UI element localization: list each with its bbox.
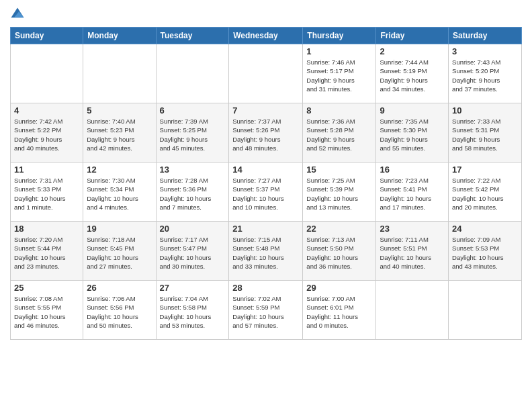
day-number: 20 — [160, 224, 226, 234]
calendar-cell: 9Sunrise: 7:35 AMSunset: 5:30 PMDaylight… — [376, 103, 449, 163]
day-number: 26 — [87, 283, 152, 293]
logo-icon — [10, 7, 25, 21]
calendar-cell — [156, 44, 229, 103]
day-number: 25 — [14, 283, 79, 293]
day-number: 16 — [380, 165, 445, 175]
day-info: Sunrise: 7:17 AMSunset: 5:47 PMDaylight:… — [160, 235, 226, 271]
calendar-cell: 25Sunrise: 7:08 AMSunset: 5:55 PMDayligh… — [11, 281, 83, 340]
calendar-table: SundayMondayTuesdayWednesdayThursdayFrid… — [10, 27, 522, 340]
day-info: Sunrise: 7:30 AMSunset: 5:34 PMDaylight:… — [87, 176, 152, 212]
calendar-day-header: Tuesday — [156, 28, 229, 44]
day-number: 18 — [14, 224, 79, 234]
calendar-cell: 22Sunrise: 7:13 AMSunset: 5:50 PMDayligh… — [303, 222, 376, 281]
day-info: Sunrise: 7:15 AMSunset: 5:48 PMDaylight:… — [232, 235, 299, 271]
day-number: 21 — [232, 224, 299, 234]
day-number: 14 — [232, 165, 299, 175]
calendar-day-header: Saturday — [449, 28, 522, 44]
calendar-day-header: Sunday — [11, 28, 83, 44]
day-number: 3 — [452, 46, 518, 56]
day-number: 19 — [87, 224, 152, 234]
calendar-cell: 17Sunrise: 7:22 AMSunset: 5:42 PMDayligh… — [449, 163, 522, 222]
calendar-cell — [449, 281, 522, 340]
day-number: 29 — [306, 283, 372, 293]
day-info: Sunrise: 7:31 AMSunset: 5:33 PMDaylight:… — [14, 176, 79, 212]
day-info: Sunrise: 7:04 AMSunset: 5:58 PMDaylight:… — [160, 294, 226, 330]
day-info: Sunrise: 7:43 AMSunset: 5:20 PMDaylight:… — [452, 58, 518, 93]
day-number: 24 — [452, 224, 518, 234]
calendar-cell: 8Sunrise: 7:36 AMSunset: 5:28 PMDaylight… — [303, 103, 376, 163]
day-number: 28 — [232, 283, 299, 293]
day-info: Sunrise: 7:25 AMSunset: 5:39 PMDaylight:… — [306, 176, 372, 212]
calendar-cell: 11Sunrise: 7:31 AMSunset: 5:33 PMDayligh… — [11, 163, 83, 222]
day-number: 5 — [87, 105, 152, 116]
day-number: 22 — [306, 224, 372, 234]
calendar-cell: 14Sunrise: 7:27 AMSunset: 5:37 PMDayligh… — [229, 163, 303, 222]
calendar-cell: 24Sunrise: 7:09 AMSunset: 5:53 PMDayligh… — [449, 222, 522, 281]
calendar-week-row: 4Sunrise: 7:42 AMSunset: 5:22 PMDaylight… — [11, 103, 522, 163]
calendar-week-row: 1Sunrise: 7:46 AMSunset: 5:17 PMDaylight… — [11, 44, 522, 103]
day-info: Sunrise: 7:36 AMSunset: 5:28 PMDaylight:… — [306, 117, 372, 152]
calendar-cell: 1Sunrise: 7:46 AMSunset: 5:17 PMDaylight… — [303, 44, 376, 103]
calendar-cell: 4Sunrise: 7:42 AMSunset: 5:22 PMDaylight… — [11, 103, 83, 163]
calendar-cell: 10Sunrise: 7:33 AMSunset: 5:31 PMDayligh… — [449, 103, 522, 163]
day-info: Sunrise: 7:35 AMSunset: 5:30 PMDaylight:… — [380, 117, 445, 152]
day-number: 6 — [160, 105, 226, 116]
logo — [10, 7, 26, 21]
day-number: 13 — [160, 165, 226, 175]
day-info: Sunrise: 7:27 AMSunset: 5:37 PMDaylight:… — [232, 176, 299, 212]
day-number: 8 — [306, 105, 372, 116]
calendar-week-row: 18Sunrise: 7:20 AMSunset: 5:44 PMDayligh… — [11, 222, 522, 281]
day-number: 10 — [452, 105, 518, 116]
calendar-cell: 7Sunrise: 7:37 AMSunset: 5:26 PMDaylight… — [229, 103, 303, 163]
day-info: Sunrise: 7:18 AMSunset: 5:45 PMDaylight:… — [87, 235, 152, 271]
day-info: Sunrise: 7:37 AMSunset: 5:26 PMDaylight:… — [232, 117, 299, 152]
header — [10, 7, 522, 21]
calendar-day-header: Thursday — [303, 28, 376, 44]
day-number: 1 — [306, 46, 372, 56]
day-info: Sunrise: 7:33 AMSunset: 5:31 PMDaylight:… — [452, 117, 518, 152]
calendar-day-header: Monday — [83, 28, 156, 44]
calendar-cell: 6Sunrise: 7:39 AMSunset: 5:25 PMDaylight… — [156, 103, 229, 163]
calendar-week-row: 11Sunrise: 7:31 AMSunset: 5:33 PMDayligh… — [11, 163, 522, 222]
day-number: 11 — [14, 165, 79, 175]
calendar-week-row: 25Sunrise: 7:08 AMSunset: 5:55 PMDayligh… — [11, 281, 522, 340]
calendar-cell: 12Sunrise: 7:30 AMSunset: 5:34 PMDayligh… — [83, 163, 156, 222]
day-info: Sunrise: 7:06 AMSunset: 5:56 PMDaylight:… — [87, 294, 152, 330]
calendar-cell: 26Sunrise: 7:06 AMSunset: 5:56 PMDayligh… — [83, 281, 156, 340]
calendar-cell: 5Sunrise: 7:40 AMSunset: 5:23 PMDaylight… — [83, 103, 156, 163]
calendar-cell: 27Sunrise: 7:04 AMSunset: 5:58 PMDayligh… — [156, 281, 229, 340]
day-info: Sunrise: 7:39 AMSunset: 5:25 PMDaylight:… — [160, 117, 226, 152]
day-number: 23 — [380, 224, 445, 234]
day-info: Sunrise: 7:20 AMSunset: 5:44 PMDaylight:… — [14, 235, 79, 271]
day-number: 17 — [452, 165, 518, 175]
calendar-cell: 15Sunrise: 7:25 AMSunset: 5:39 PMDayligh… — [303, 163, 376, 222]
page: SundayMondayTuesdayWednesdayThursdayFrid… — [0, 0, 532, 411]
calendar-cell — [11, 44, 83, 103]
calendar-cell: 23Sunrise: 7:11 AMSunset: 5:51 PMDayligh… — [376, 222, 449, 281]
day-number: 4 — [14, 105, 79, 116]
calendar-cell: 19Sunrise: 7:18 AMSunset: 5:45 PMDayligh… — [83, 222, 156, 281]
calendar-cell — [83, 44, 156, 103]
day-info: Sunrise: 7:46 AMSunset: 5:17 PMDaylight:… — [306, 58, 372, 93]
calendar-cell — [229, 44, 303, 103]
calendar-cell: 21Sunrise: 7:15 AMSunset: 5:48 PMDayligh… — [229, 222, 303, 281]
calendar-cell: 20Sunrise: 7:17 AMSunset: 5:47 PMDayligh… — [156, 222, 229, 281]
day-info: Sunrise: 7:28 AMSunset: 5:36 PMDaylight:… — [160, 176, 226, 212]
day-number: 15 — [306, 165, 372, 175]
calendar-cell: 2Sunrise: 7:44 AMSunset: 5:19 PMDaylight… — [376, 44, 449, 103]
calendar-cell — [376, 281, 449, 340]
day-info: Sunrise: 7:22 AMSunset: 5:42 PMDaylight:… — [452, 176, 518, 212]
calendar-header-row: SundayMondayTuesdayWednesdayThursdayFrid… — [11, 28, 522, 44]
calendar-cell: 16Sunrise: 7:23 AMSunset: 5:41 PMDayligh… — [376, 163, 449, 222]
calendar-cell: 28Sunrise: 7:02 AMSunset: 5:59 PMDayligh… — [229, 281, 303, 340]
day-info: Sunrise: 7:23 AMSunset: 5:41 PMDaylight:… — [380, 176, 445, 212]
day-info: Sunrise: 7:44 AMSunset: 5:19 PMDaylight:… — [380, 58, 445, 93]
day-number: 9 — [380, 105, 445, 116]
day-info: Sunrise: 7:02 AMSunset: 5:59 PMDaylight:… — [232, 294, 299, 330]
day-info: Sunrise: 7:13 AMSunset: 5:50 PMDaylight:… — [306, 235, 372, 271]
day-number: 2 — [380, 46, 445, 56]
calendar-day-header: Wednesday — [229, 28, 303, 44]
day-info: Sunrise: 7:40 AMSunset: 5:23 PMDaylight:… — [87, 117, 152, 152]
calendar-cell: 29Sunrise: 7:00 AMSunset: 6:01 PMDayligh… — [303, 281, 376, 340]
calendar-day-header: Friday — [376, 28, 449, 44]
